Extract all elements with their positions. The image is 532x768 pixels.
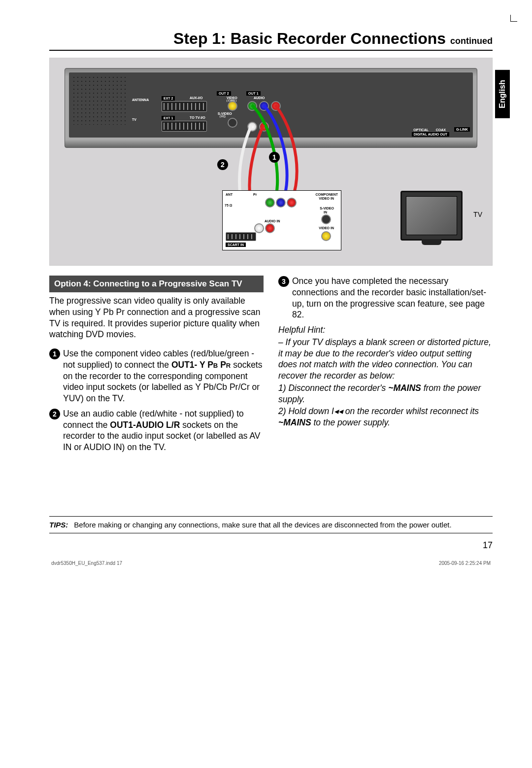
connection-diagram: ANTENNA TV EXT 2 EXT 1 AUX-I/O TO TV-I/O… [49, 58, 493, 266]
language-tab: English [495, 70, 510, 118]
tips-footer: TIPS: Before making or changing any conn… [49, 516, 493, 533]
label-yc: (Y/C) [220, 115, 226, 118]
tv-rca-audio-r [265, 223, 275, 233]
step-2: 2 Use an audio cable (red/white - not su… [49, 408, 264, 453]
label-coax: COAX [436, 128, 446, 132]
tv-label-svideo: S-VIDEO [320, 207, 334, 210]
label-audio: AUDIO [254, 96, 265, 100]
rca-pb-out1 [259, 101, 269, 111]
recorder-back-panel: ANTENNA TV EXT 2 EXT 1 AUX-I/O TO TV-I/O… [65, 68, 477, 148]
title-rule [49, 50, 493, 51]
step-2-number: 2 [49, 409, 60, 419]
tv-label-scartin: SCART IN [226, 243, 246, 247]
title-continued: continued [450, 36, 493, 46]
tv-label-videoin: VIDEO IN [319, 197, 334, 200]
tv-rca-audio-l [254, 223, 264, 233]
scart-ext2 [162, 101, 207, 112]
step-3-number: 3 [278, 276, 289, 287]
footer-file: dvdr5350H_EU_Eng537.indd 17 [51, 560, 122, 566]
tv-label-in: IN [324, 210, 327, 214]
rewind-icon: I◂◂ [332, 406, 343, 416]
page-number: 17 [49, 540, 493, 551]
label-out1: OUT 1 [246, 91, 261, 96]
option-heading: Option 4: Connecting to a Progressive Sc… [49, 276, 264, 292]
diagram-callout-1: 1 [269, 152, 280, 163]
tv-label-ant: ANT [226, 193, 233, 196]
step-3: 3 Once you have completed the necessary … [278, 276, 493, 320]
rca-y-out1 [247, 101, 257, 111]
vent-grille [72, 75, 126, 125]
footer-timestamp: 2005-09-16 2:25:24 PM [439, 560, 491, 566]
page-title: Step 1: Basic Recorder Connections conti… [49, 30, 493, 48]
tv-monitor-icon [400, 191, 463, 241]
hint-2: 1) Disconnect the recorder's ~MAINS from… [278, 383, 493, 405]
tv-label-videoin2: VIDEO IN [319, 226, 334, 230]
print-footer: dvdr5350H_EU_Eng537.indd 17 2005-09-16 2… [49, 560, 493, 566]
rca-pr-out1 [271, 101, 281, 111]
step-3-text: Once you have completed the necessary co… [292, 276, 493, 320]
label-tv: TV [132, 118, 136, 121]
label-out2: OUT 2 [217, 91, 231, 96]
rca-audio-r-out1 [259, 122, 269, 132]
tv-rca-video [321, 231, 331, 241]
tv-svideo [321, 214, 331, 224]
label-optical: OPTICAL [413, 128, 429, 132]
label-ext1: EXT 1 [162, 116, 175, 120]
label-totv: TO TV-I/O [190, 116, 205, 119]
text-columns: Option 4: Connecting to a Progressive Sc… [49, 276, 493, 457]
tips-text: Before making or changing any connection… [74, 521, 451, 529]
label-glink: G-LINK [454, 127, 470, 132]
rca-svideo-out2 [228, 118, 237, 128]
tv-input-panel: ANT 75 Ω Pr COMPONENT VIDEO IN S-VIDEO I… [222, 190, 341, 250]
tv-rca-pr [287, 198, 297, 208]
hint-1: – If your TV displays a blank screen or … [278, 337, 493, 382]
left-column: Option 4: Connecting to a Progressive Sc… [49, 276, 264, 457]
diagram-callout-2: 2 [217, 159, 228, 170]
label-ext2: EXT 2 [162, 96, 175, 101]
step-2-text: Use an audio cable (red/white - not supp… [63, 408, 264, 453]
step-1-number: 1 [49, 349, 60, 359]
hint-label: Helpful Hint: [278, 324, 493, 336]
title-main: Step 1: Basic Recorder Connections [173, 30, 450, 47]
tv-rca-y [265, 198, 275, 208]
label-antenna: ANTENNA [132, 98, 149, 102]
scart-ext1 [162, 121, 207, 132]
label-dao: DIGITAL AUDIO OUT [412, 132, 449, 137]
rca-video-out2 [228, 101, 237, 111]
tv-text-label: TV [473, 210, 482, 218]
manual-page: Step 1: Basic Recorder Connections conti… [0, 0, 532, 586]
rca-audio-l-out1 [247, 122, 257, 132]
label-aux: AUX-I/O [190, 96, 202, 100]
step-1: 1 Use the component video cables (red/bl… [49, 348, 264, 404]
tips-label: TIPS: [49, 521, 68, 529]
tv-label-pr: Pr [253, 193, 257, 196]
tv-scart [226, 232, 256, 241]
tv-label-75: 75 Ω [225, 204, 232, 207]
intro-paragraph: The progressive scan video quality is on… [49, 295, 264, 340]
hint-3: 2) Hold down I◂◂ on the recorder whilst … [278, 406, 493, 428]
step-1-text: Use the component video cables (red/blue… [63, 348, 264, 404]
tv-label-audioin: AUDIO IN [265, 219, 280, 223]
tv-rca-pb [276, 198, 286, 208]
right-column: 3 Once you have completed the necessary … [278, 276, 493, 457]
tv-label-component: COMPONENT [316, 193, 338, 196]
